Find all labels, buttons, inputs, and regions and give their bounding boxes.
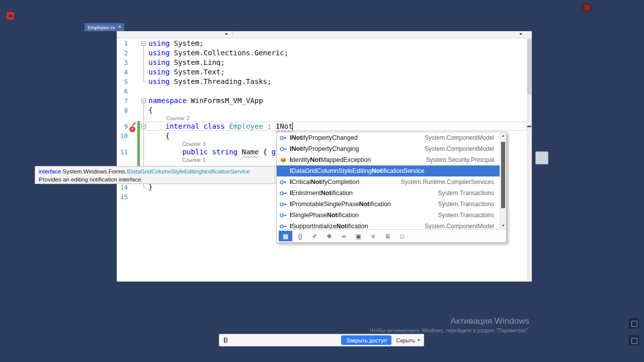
- tooltip-signature: interface System.Windows.Forms.IDataGrid…: [39, 167, 271, 175]
- code-text: namespace WinFormsM_VM_VApp: [148, 96, 263, 106]
- line-number: 10: [117, 131, 128, 141]
- caret-position-marker: [527, 126, 531, 127]
- codelens-references-text[interactable]: Ссылок: 2: [166, 115, 189, 122]
- completion-item[interactable]: IEnlistmentNotificationSystem.Transactio…: [277, 188, 506, 199]
- filter-all-button[interactable]: ▦: [279, 231, 292, 241]
- completion-item[interactable]: IDataGridColumnStyleEditingNotificationS…: [277, 165, 506, 176]
- line-number: 3: [117, 58, 128, 67]
- member-dropdown[interactable]: [233, 31, 527, 38]
- filter-classes-button[interactable]: ❖: [323, 231, 336, 241]
- line-number: 2: [117, 48, 128, 58]
- completion-item-namespace: System.Security.Principal: [417, 156, 494, 163]
- completion-item-name: INotifyPropertyChanged: [290, 134, 358, 141]
- code-text: using System.Text;: [148, 67, 225, 77]
- project-dropdown[interactable]: [117, 31, 232, 38]
- code-text: public string Name { g: [148, 147, 276, 157]
- filter-enums-button[interactable]: ≡: [366, 231, 380, 241]
- interface-icon: [279, 189, 287, 197]
- line-number: 11: [117, 147, 128, 157]
- completion-item[interactable]: ICriticalNotifyCompletionSystem.Runtime.…: [277, 176, 506, 188]
- completion-item[interactable]: ISinglePhaseNotificationSystem.Transacti…: [277, 210, 506, 221]
- code-line[interactable]: 2using System.Collections.Generic;: [117, 48, 527, 58]
- recording-indicator-icon[interactable]: [582, 3, 591, 12]
- code-text: using System.Threading.Tasks;: [148, 77, 271, 86]
- tooltip-description: Provides an editing notification interfa…: [39, 175, 271, 184]
- popup-scrollbar[interactable]: ▲ ▼: [500, 132, 506, 229]
- tooltip-keyword: interface: [39, 168, 62, 174]
- completion-item[interactable]: INotifyPropertyChangedSystem.ComponentMo…: [277, 132, 506, 143]
- fold-collapse-icon[interactable]: −: [141, 99, 146, 103]
- codelens-references-text[interactable]: Ссылок: 1: [182, 157, 205, 163]
- line-number: 4: [117, 67, 128, 77]
- scroll-down-icon[interactable]: ▼: [500, 223, 506, 229]
- navigation-bar: [117, 31, 532, 38]
- filter-interfaces-button[interactable]: ∞: [337, 231, 351, 241]
- code-text: using System.Linq;: [148, 58, 225, 67]
- stop-sharing-button[interactable]: Закрыть доступ: [341, 335, 391, 345]
- intellisense-popup: INotifyPropertyChangedSystem.ComponentMo…: [276, 132, 507, 243]
- code-line[interactable]: 6: [117, 86, 527, 96]
- completion-item[interactable]: ISupportInitializeNotificationSystem.Com…: [277, 221, 506, 229]
- interface-icon: [279, 222, 287, 229]
- codelens-link[interactable]: Ссылок: 2: [117, 115, 527, 122]
- document-tab[interactable]: Employee.cs ✕: [85, 23, 124, 31]
- activation-watermark: Активация Windows Чтобы активировать Win…: [370, 316, 529, 333]
- completion-item-name: IDataGridColumnStyleEditingNotificationS…: [290, 167, 425, 174]
- completion-item-name: IPromotableSinglePhaseNotification: [290, 201, 391, 208]
- fold-collapse-icon[interactable]: −: [141, 41, 146, 46]
- completion-item-namespace: System.ComponentModel: [416, 145, 494, 152]
- completion-item-name: IdentityNotMappedException: [290, 156, 371, 163]
- code-line[interactable]: 3using System.Linq;: [117, 58, 527, 67]
- completion-item[interactable]: IdentityNotMappedExceptionSystem.Securit…: [277, 154, 506, 165]
- completion-filter-toolbar: ▦{}✐❖∞▣≡≣□: [277, 229, 506, 242]
- code-text: using System.Collections.Generic;: [148, 48, 288, 58]
- code-text: internal class Employee : INot: [148, 122, 293, 131]
- code-line[interactable]: 8{: [117, 106, 527, 115]
- line-number: 15: [117, 192, 128, 202]
- chevron-down-icon: [519, 33, 522, 35]
- code-text: {: [148, 131, 170, 141]
- completion-item-namespace: System.Transactions: [429, 190, 494, 197]
- completion-item-namespace: System.ComponentModel: [416, 223, 494, 229]
- filter-delegates-button[interactable]: ≣: [381, 231, 394, 241]
- completion-list[interactable]: INotifyPropertyChangedSystem.ComponentMo…: [277, 132, 506, 229]
- line-number: 9: [117, 122, 128, 131]
- editor-scrollbar[interactable]: [527, 38, 532, 282]
- code-line[interactable]: 4using System.Text;: [117, 67, 527, 77]
- record-icon[interactable]: [7, 12, 14, 20]
- filter-namespaces-button[interactable]: □: [395, 231, 409, 241]
- scrollbar-thumb[interactable]: [527, 39, 531, 95]
- completion-item[interactable]: IPromotableSinglePhaseNotificationSystem…: [277, 199, 506, 210]
- hide-button[interactable]: Скрыть: [396, 337, 420, 343]
- completion-item[interactable]: INotifyPropertyChangingSystem.ComponentM…: [277, 143, 506, 154]
- tab-title: Employee.cs: [88, 25, 115, 30]
- hide-button-label: Скрыть: [396, 337, 415, 343]
- tooltip-type-name: IDataGridColumnStyleEditingNotificationS…: [126, 168, 250, 174]
- code-line[interactable]: 5using System.Threading.Tasks;: [117, 77, 527, 86]
- line-number: 5: [117, 77, 128, 86]
- code-line[interactable]: 9− internal class Employee : INot✕: [117, 122, 527, 131]
- screen-share-bar: Закрыть доступ Скрыть: [219, 334, 424, 346]
- interface-icon: [279, 167, 287, 175]
- floating-artifact: [535, 151, 548, 164]
- completion-item-name: ICriticalNotifyCompletion: [290, 178, 359, 186]
- code-line[interactable]: 1−using System;: [117, 39, 527, 48]
- tray-button-2[interactable]: [628, 334, 640, 346]
- interface-icon: [279, 134, 287, 142]
- filter-structs-button[interactable]: ▣: [352, 231, 365, 241]
- line-number: 7: [117, 96, 128, 106]
- popup-scrollbar-thumb[interactable]: [501, 142, 505, 208]
- interface-icon: [279, 145, 287, 153]
- filter-snippets-button[interactable]: {}: [293, 231, 307, 241]
- line-number: 1: [117, 39, 128, 48]
- pause-icon[interactable]: [224, 337, 227, 343]
- fold-collapse-icon[interactable]: −: [141, 124, 146, 129]
- filter-quick-actions-button[interactable]: ✐: [308, 231, 321, 241]
- completion-item-namespace: System.ComponentModel: [416, 134, 494, 141]
- tray-button-1[interactable]: [628, 317, 640, 329]
- codelens-references-text[interactable]: Ссылок: 3: [182, 141, 205, 147]
- close-icon[interactable]: ✕: [118, 25, 121, 29]
- scroll-up-icon[interactable]: ▲: [500, 133, 506, 139]
- completion-item-namespace: System.Transactions: [429, 212, 494, 219]
- code-line[interactable]: 7−namespace WinFormsM_VM_VApp: [117, 96, 527, 106]
